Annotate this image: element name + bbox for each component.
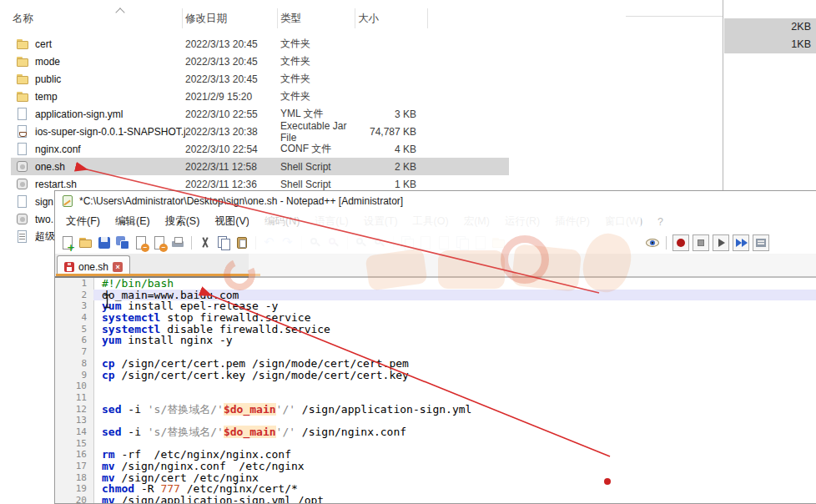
jar-icon bbox=[16, 125, 30, 139]
menu-item[interactable]: 视图(V) bbox=[207, 212, 257, 231]
new-file-icon[interactable] bbox=[60, 235, 75, 250]
copy-icon[interactable] bbox=[216, 235, 231, 250]
doc-icon bbox=[16, 195, 30, 209]
column-header-date[interactable]: 修改日期 bbox=[185, 12, 227, 26]
file-row[interactable]: nginx.conf2022/3/10 22:54CONF 文件4 KB bbox=[11, 140, 509, 158]
indent-guide-icon[interactable] bbox=[455, 235, 470, 250]
file-row[interactable]: ios-super-sign-0.0.1-SNAPSHOT.jar2022/3/… bbox=[11, 123, 509, 140]
open-icon[interactable] bbox=[78, 235, 93, 250]
doc-icon bbox=[16, 143, 30, 156]
function-list-icon[interactable] bbox=[473, 235, 488, 250]
paste-icon[interactable] bbox=[234, 235, 249, 250]
column-header-type[interactable]: 类型 bbox=[280, 12, 301, 26]
close-icon[interactable] bbox=[133, 235, 149, 250]
column-header-size[interactable]: 大小 bbox=[358, 12, 379, 26]
tab-close-icon[interactable] bbox=[113, 262, 123, 272]
unsaved-floppy-icon bbox=[64, 262, 74, 272]
menu-item[interactable]: 插件(P) bbox=[547, 212, 597, 231]
toolbar-separator bbox=[301, 236, 302, 249]
menu-item[interactable]: 工具(O) bbox=[405, 212, 456, 231]
show-symbol-icon[interactable] bbox=[436, 235, 451, 250]
code-text: mv /sign/cert /etc/nginx bbox=[93, 472, 816, 484]
file-name: nginx.conf bbox=[35, 144, 81, 155]
line-number: 9 bbox=[55, 370, 93, 381]
file-row[interactable]: temp2021/2/9 15:20文件夹 bbox=[11, 88, 509, 105]
code-text bbox=[93, 415, 816, 426]
column-divider[interactable] bbox=[182, 8, 183, 28]
menu-item[interactable]: 设置(T) bbox=[356, 212, 405, 231]
menu-item[interactable]: 编辑(E) bbox=[108, 212, 158, 231]
code-line: 11 bbox=[55, 392, 816, 404]
sort-ascending-icon bbox=[115, 8, 124, 17]
file-row[interactable]: mode2022/3/13 20:45文件夹 bbox=[11, 53, 509, 70]
line-number: 20 bbox=[55, 495, 93, 503]
file-row[interactable]: public2022/3/13 20:45文件夹 bbox=[11, 70, 509, 88]
shell-icon bbox=[16, 213, 30, 226]
file-row[interactable]: cert2022/3/13 20:45文件夹 bbox=[11, 35, 509, 53]
line-number: 18 bbox=[55, 472, 93, 484]
menu-item[interactable]: 窗口(W) bbox=[597, 212, 650, 231]
file-name: two. bbox=[35, 214, 53, 225]
code-text: mv /sign/application-sign.yml /opt bbox=[93, 495, 816, 503]
menu-item[interactable]: 搜索(S) bbox=[158, 212, 208, 231]
doc-icon bbox=[16, 108, 30, 121]
column-header-name[interactable]: 名称 bbox=[13, 12, 33, 26]
editor[interactable]: 1#!/bin/bash2do_main=www.baidu.com3yum i… bbox=[55, 278, 816, 503]
macro-play-icon[interactable] bbox=[713, 234, 729, 251]
column-divider[interactable] bbox=[355, 8, 355, 28]
code-line: 19chmod -R 777 /etc/nginx/cert/* bbox=[55, 483, 816, 495]
word-wrap-icon[interactable] bbox=[418, 235, 433, 250]
shell-icon bbox=[16, 160, 30, 174]
find-icon[interactable] bbox=[308, 235, 323, 250]
title-bar[interactable]: *C:\Users\Administrator\Desktop\sign\one… bbox=[55, 191, 816, 211]
menu-item[interactable]: 编码(N) bbox=[257, 212, 307, 231]
line-number: 19 bbox=[55, 483, 93, 495]
macro-stop-icon[interactable] bbox=[693, 234, 709, 251]
code-text bbox=[93, 346, 816, 358]
macro-record-icon[interactable] bbox=[672, 234, 689, 251]
macro-run-multiple-icon[interactable] bbox=[733, 234, 749, 251]
column-divider[interactable] bbox=[277, 8, 278, 28]
save-icon[interactable] bbox=[97, 235, 112, 250]
folder-workspace-icon[interactable] bbox=[491, 235, 506, 250]
print-icon[interactable] bbox=[170, 235, 185, 250]
line-number: 14 bbox=[55, 426, 93, 438]
line-number: 6 bbox=[55, 335, 93, 346]
zoom-out-icon[interactable] bbox=[372, 235, 387, 250]
code-line: 1#!/bin/bash bbox=[55, 278, 816, 290]
zoom-in-icon[interactable] bbox=[354, 235, 369, 250]
toolbar-separator bbox=[347, 236, 348, 249]
code-line: 2do_main=www.baidu.com bbox=[55, 290, 816, 301]
file-date: 2022/3/10 22:55 bbox=[185, 108, 280, 120]
menu-item[interactable]: 文件(F) bbox=[58, 212, 108, 231]
toolbar-separator bbox=[666, 236, 667, 249]
window-sync-icon[interactable] bbox=[400, 235, 415, 250]
folder-icon bbox=[16, 55, 30, 68]
redo-icon[interactable] bbox=[280, 235, 295, 250]
menu-item[interactable]: ? bbox=[650, 214, 671, 230]
column-divider[interactable] bbox=[427, 8, 428, 28]
file-row[interactable]: application-sign.yml2022/3/10 22:55YML 文… bbox=[11, 105, 509, 123]
file-name: 超级 bbox=[35, 229, 55, 244]
code-text: cp /sign/cert/cert.pem /sign/mode/cert/c… bbox=[93, 358, 816, 370]
shell-icon bbox=[16, 178, 30, 191]
macro-save-icon[interactable] bbox=[753, 234, 769, 251]
line-number: 10 bbox=[55, 381, 93, 392]
menu-item[interactable]: 语言(L) bbox=[307, 212, 355, 231]
file-row[interactable]: one.sh2022/3/11 12:58Shell Script2 KB bbox=[11, 158, 509, 175]
cut-icon[interactable] bbox=[198, 235, 213, 250]
undo-icon[interactable] bbox=[262, 235, 277, 250]
tab-bar: one.sh bbox=[55, 254, 816, 276]
file-name: cert bbox=[35, 38, 52, 50]
close-all-icon[interactable] bbox=[152, 235, 167, 250]
code-text bbox=[93, 392, 816, 404]
code-text: sed -i 's/替换域名/'$do_main'/' /sign/applic… bbox=[93, 404, 816, 416]
save-all-icon[interactable] bbox=[115, 235, 130, 250]
panel-divider bbox=[626, 16, 723, 17]
line-number: 16 bbox=[55, 449, 93, 461]
eye-icon[interactable] bbox=[645, 235, 660, 250]
file-size-panel: 2KB 1KB bbox=[723, 0, 816, 191]
menu-item[interactable]: 宏(M) bbox=[456, 212, 497, 231]
menu-item[interactable]: 运行(R) bbox=[497, 212, 547, 231]
replace-icon[interactable] bbox=[326, 235, 341, 250]
